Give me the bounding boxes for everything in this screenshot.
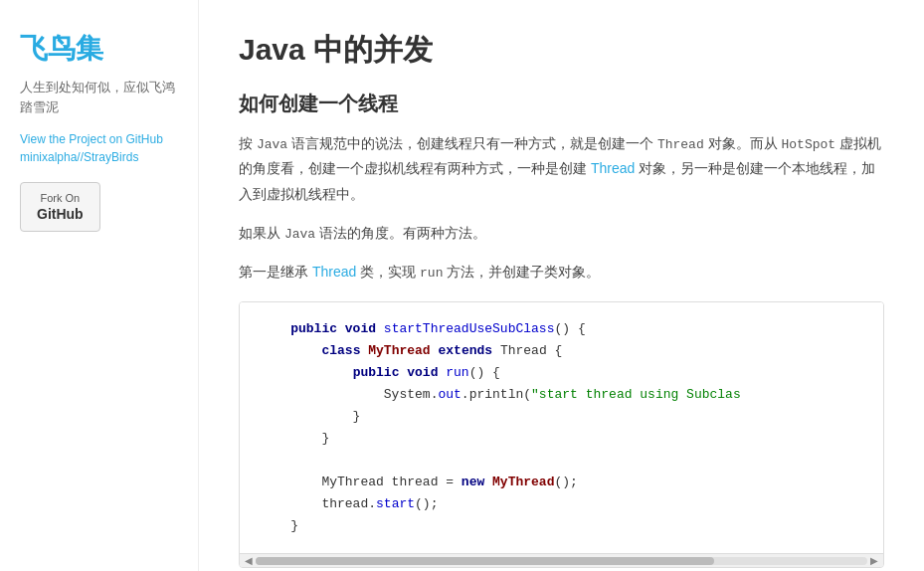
paragraph-1: 按 Java 语言规范中的说法，创建线程只有一种方式，就是创建一个 Thread… — [239, 131, 884, 207]
scrollbar-thumb — [256, 557, 714, 565]
inline-code-run: run — [420, 266, 443, 281]
paragraph-3: 第一是继承 Thread 类，实现 run 方法，并创建子类对象。 — [239, 260, 884, 285]
paragraph-2: 如果从 Java 语法的角度。有两种方法。 — [239, 221, 884, 246]
code-block: public void startThreadUseSubClass() { c… — [240, 302, 883, 554]
main-content: Java 中的并发 如何创建一个线程 按 Java 语言规范中的说法，创建线程只… — [199, 0, 924, 571]
horizontal-scrollbar[interactable]: ◀ ▶ — [240, 553, 883, 567]
inline-code-thread: Thread — [657, 137, 704, 152]
site-title: 飞鸟集 — [20, 30, 178, 68]
inline-code-java: Java — [257, 137, 287, 152]
fork-top-label: Fork On — [37, 191, 84, 205]
page-title: Java 中的并发 — [239, 30, 884, 71]
scrollbar-track — [256, 557, 867, 565]
github-link-label[interactable]: View the Project on GitHub — [20, 132, 178, 146]
github-link-sub[interactable]: minixalpha//StrayBirds — [20, 150, 178, 164]
link-thread-class: Thread — [312, 264, 356, 280]
sidebar: 飞鸟集 人生到处知何似，应似飞鸿踏雪泥 View the Project on … — [0, 0, 199, 571]
code-block-container: public void startThreadUseSubClass() { c… — [239, 301, 884, 569]
fork-bottom-label: GitHub — [37, 205, 84, 223]
fork-on-github-button[interactable]: Fork On GitHub — [20, 182, 100, 232]
inline-code-java2: Java — [284, 227, 315, 242]
link-thread: Thread — [591, 160, 635, 176]
section-title: 如何创建一个线程 — [239, 91, 884, 117]
code-scroll-area[interactable]: public void startThreadUseSubClass() { c… — [240, 302, 883, 554]
inline-code-hotspot: HotSpot — [781, 137, 835, 152]
site-subtitle: 人生到处知何似，应似飞鸿踏雪泥 — [20, 78, 178, 116]
scroll-right-arrow[interactable]: ▶ — [867, 555, 881, 566]
scroll-left-arrow[interactable]: ◀ — [242, 555, 256, 566]
